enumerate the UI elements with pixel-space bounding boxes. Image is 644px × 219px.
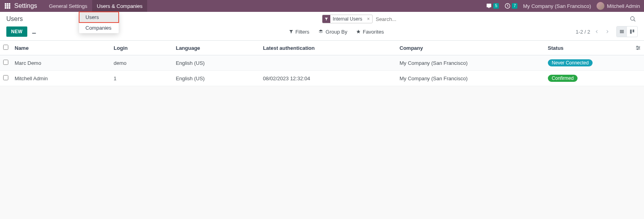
users-companies-dropdown: Users Companies <box>79 12 119 33</box>
layers-icon <box>318 29 324 34</box>
pager: 1-2 / 2 <box>576 28 611 35</box>
cell-login: demo <box>110 55 172 71</box>
search-facet: Internal Users × <box>322 15 373 23</box>
view-kanban[interactable] <box>627 26 637 37</box>
filter-icon <box>322 15 330 23</box>
select-all-checkbox[interactable] <box>3 45 8 50</box>
svg-rect-7 <box>633 30 634 32</box>
dropdown-item-users[interactable]: Users <box>79 12 119 23</box>
favorites-label: Favorites <box>363 29 384 35</box>
facet-remove[interactable]: × <box>365 16 372 22</box>
search-area: Internal Users × <box>322 14 638 24</box>
users-table-wrap: Name Login Language Latest authenticatio… <box>0 41 644 86</box>
cell-options <box>632 55 644 71</box>
facet-label: Internal Users <box>330 15 365 23</box>
kanban-icon <box>629 29 635 34</box>
nav-general-settings[interactable]: General Settings <box>44 0 92 12</box>
users-table: Name Login Language Latest authenticatio… <box>0 41 644 86</box>
th-auth[interactable]: Latest authentication <box>260 41 396 55</box>
view-switch <box>616 26 638 37</box>
row-checkbox[interactable] <box>3 60 8 65</box>
status-badge: Confirmed <box>548 75 578 82</box>
cell-language: English (US) <box>172 71 259 86</box>
cell-name: Marc Demo <box>11 55 110 71</box>
new-button[interactable]: NEW <box>6 26 27 37</box>
clock-icon <box>504 3 511 9</box>
cell-company: My Company (San Francisco) <box>396 71 545 86</box>
th-status[interactable]: Status <box>545 41 632 55</box>
breadcrumb: Users <box>6 15 23 23</box>
search-input[interactable] <box>373 15 628 24</box>
filters-label: Filters <box>295 29 309 35</box>
favorites-button[interactable]: Favorites <box>356 29 384 35</box>
svg-point-11 <box>638 47 639 48</box>
apps-icon[interactable] <box>4 2 11 9</box>
view-list[interactable] <box>617 26 627 37</box>
cell-auth: 08/02/2023 12:32:04 <box>260 71 396 86</box>
company-switcher[interactable]: My Company (San Francisco) <box>523 3 591 9</box>
th-name[interactable]: Name <box>11 41 110 55</box>
svg-rect-5 <box>620 32 624 33</box>
activities-button[interactable]: 7 <box>504 3 517 9</box>
svg-line-2 <box>634 20 635 21</box>
table-row[interactable]: Marc Demo demo English (US) My Company (… <box>0 55 644 71</box>
download-icon[interactable] <box>31 29 37 34</box>
cell-auth <box>260 55 396 71</box>
dropdown-item-companies[interactable]: Companies <box>79 23 119 33</box>
funnel-icon <box>289 29 294 34</box>
pager-next[interactable] <box>604 28 611 35</box>
messages-badge: 5 <box>493 3 499 9</box>
user-menu[interactable]: Mitchell Admin <box>597 2 640 10</box>
table-header-row: Name Login Language Latest authenticatio… <box>0 41 644 55</box>
svg-point-9 <box>637 46 638 47</box>
table-row[interactable]: Mitchell Admin 1 English (US) 08/02/2023… <box>0 71 644 86</box>
user-name-label: Mitchell Admin <box>607 3 640 9</box>
svg-rect-3 <box>620 30 624 31</box>
cell-login: 1 <box>110 71 172 86</box>
cell-status: Never Connected <box>545 55 632 71</box>
cell-name: Mitchell Admin <box>11 71 110 86</box>
svg-rect-6 <box>630 30 632 34</box>
top-nav: Settings General Settings Users & Compan… <box>0 0 644 12</box>
star-icon <box>356 29 361 34</box>
th-company[interactable]: Company <box>396 41 545 55</box>
cell-options <box>632 71 644 86</box>
app-brand: Settings <box>14 2 37 9</box>
search-icon[interactable] <box>628 14 638 24</box>
cell-status: Confirmed <box>545 71 632 86</box>
messages-button[interactable]: 5 <box>486 3 499 9</box>
chat-icon <box>486 3 492 9</box>
groupby-button[interactable]: Group By <box>318 29 347 35</box>
cell-company: My Company (San Francisco) <box>396 55 545 71</box>
th-language[interactable]: Language <box>172 41 259 55</box>
cell-language: English (US) <box>172 55 259 71</box>
list-icon <box>619 29 625 34</box>
status-badge: Never Connected <box>548 59 593 66</box>
avatar <box>597 2 604 10</box>
th-options[interactable] <box>632 41 644 55</box>
row-checkbox[interactable] <box>3 75 8 80</box>
pager-prev[interactable] <box>593 28 600 35</box>
nav-users-companies[interactable]: Users & Companies <box>92 0 148 12</box>
svg-point-1 <box>631 17 634 20</box>
svg-point-13 <box>637 49 638 49</box>
groupby-label: Group By <box>326 29 347 35</box>
filters-button[interactable]: Filters <box>289 29 309 35</box>
activities-badge: 7 <box>512 3 517 9</box>
sliders-icon <box>635 45 641 51</box>
pager-text: 1-2 / 2 <box>576 29 590 35</box>
svg-rect-4 <box>620 31 624 32</box>
th-login[interactable]: Login <box>110 41 172 55</box>
